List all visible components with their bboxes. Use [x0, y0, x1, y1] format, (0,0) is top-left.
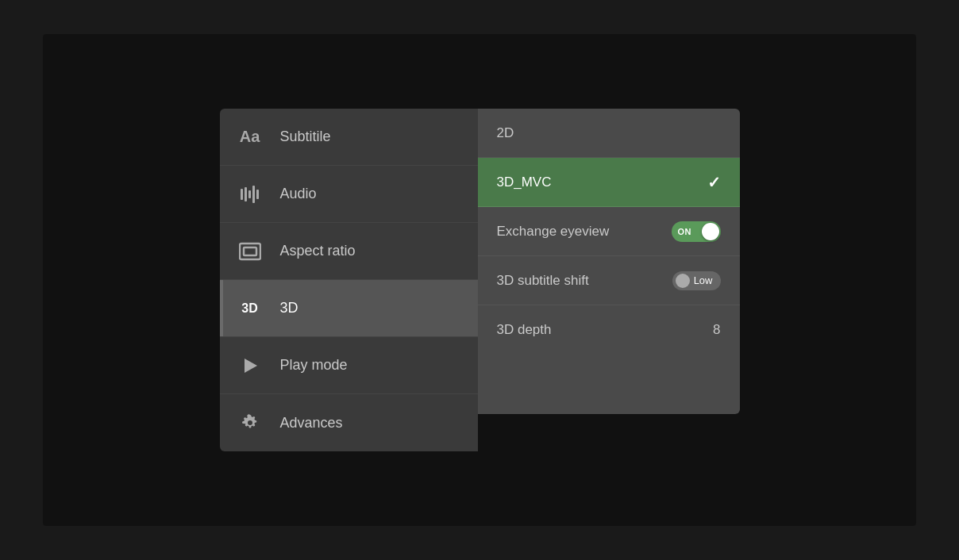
panel-item-3d-subtitle-shift[interactable]: 3D subtitle shift Low: [478, 256, 740, 305]
panel-item-label: 3D subtitle shift: [497, 273, 589, 289]
play-mode-icon: [236, 351, 264, 380]
panel-item-3d-depth[interactable]: 3D depth 8: [478, 305, 740, 355]
sidebar-item-label: Play mode: [280, 357, 348, 374]
svg-rect-4: [256, 190, 259, 199]
sidebar-item-label: Advances: [280, 415, 343, 432]
subtitle-icon: [236, 123, 264, 152]
svg-rect-1: [245, 187, 247, 201]
sidebar-item-play-mode[interactable]: Play mode: [220, 337, 478, 394]
check-icon: ✓: [707, 173, 721, 192]
dialog-container: Subtitile Audio: [220, 109, 740, 451]
sidebar-item-advances[interactable]: Advances: [220, 394, 478, 451]
svg-rect-6: [244, 247, 256, 255]
sidebar-item-audio[interactable]: Audio: [220, 166, 478, 223]
sidebar-item-label: Audio: [280, 186, 317, 202]
3d-icon: 3D: [236, 294, 264, 323]
panel-item-label: 3D_MVC: [497, 175, 552, 190]
panel-item-exchange-eyeview[interactable]: Exchange eyeview ON: [478, 207, 740, 256]
badge-dot: [676, 274, 690, 288]
panel-item-label: 2D: [497, 125, 514, 141]
svg-rect-2: [248, 190, 251, 198]
panel-item-2d[interactable]: 2D: [478, 109, 740, 158]
sidebar-item-aspect-ratio[interactable]: Aspect ratio: [220, 223, 478, 280]
toggle-knob: [702, 223, 719, 240]
depth-value: 8: [713, 322, 720, 338]
sidebar-item-3d[interactable]: 3D 3D: [220, 280, 478, 337]
subtitle-shift-badge[interactable]: Low: [672, 271, 721, 290]
svg-rect-0: [241, 189, 243, 200]
panel-item-3d-mvc[interactable]: 3D_MVC ✓: [478, 158, 740, 207]
sidebar-item-label: Aspect ratio: [280, 243, 356, 259]
exchange-eyeview-toggle[interactable]: ON: [672, 221, 721, 242]
panel-item-label: Exchange eyeview: [497, 224, 610, 240]
svg-rect-3: [252, 186, 255, 203]
main-screen: Subtitile Audio: [43, 34, 916, 526]
right-panel: 2D 3D_MVC ✓ Exchange eyeview ON 3D subti…: [478, 109, 740, 414]
toggle-on-label: ON: [678, 227, 692, 236]
audio-icon: [236, 180, 264, 209]
sidebar-item-label: 3D: [280, 300, 298, 316]
sidebar: Subtitile Audio: [220, 109, 478, 451]
sidebar-item-label: Subtitile: [280, 128, 331, 145]
svg-marker-7: [245, 359, 257, 373]
panel-item-label: 3D depth: [497, 322, 552, 338]
advances-icon: [236, 408, 264, 437]
sidebar-item-subtitle[interactable]: Subtitile: [220, 109, 478, 166]
badge-label: Low: [694, 274, 713, 286]
aspect-ratio-icon: [236, 237, 264, 266]
